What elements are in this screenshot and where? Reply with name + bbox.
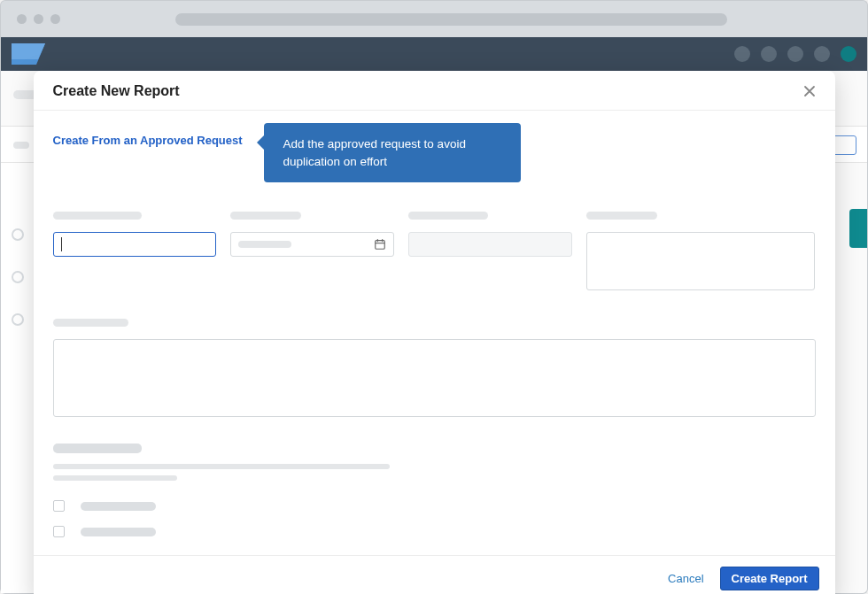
create-report-modal: Create New Report Create From an Approve… [34,71,835,594]
tooltip-callout: Add the approved request to avoid duplic… [264,123,521,182]
header-action-dot[interactable] [761,46,777,62]
large-textarea[interactable] [53,339,816,417]
checkbox[interactable] [53,500,65,512]
app-header [0,37,868,71]
svg-marker-1 [12,43,45,59]
window-dot[interactable] [34,14,43,24]
form-section-2 [53,319,816,417]
field-label-skeleton [230,212,301,220]
header-avatar[interactable] [841,46,856,62]
modal-header: Create New Report [34,71,835,111]
modal-backdrop: Create New Report Create From an Approve… [0,0,868,594]
close-icon [802,84,817,98]
date-input[interactable] [230,232,394,257]
tooltip-text: Add the approved request to avoid duplic… [283,137,466,168]
close-button[interactable] [802,83,818,99]
section-heading-skeleton [53,444,142,453]
field-label-skeleton [408,212,488,220]
checkbox[interactable] [53,526,65,537]
header-action-dot[interactable] [734,46,750,62]
header-actions [734,46,856,62]
header-action-dot[interactable] [814,46,830,62]
browser-chrome [0,0,868,37]
checkbox-row-2 [53,526,816,537]
form-row-1 [53,212,816,290]
bg-side-tab [849,209,867,248]
field-4 [586,212,816,290]
header-action-dot[interactable] [787,46,803,62]
svg-rect-2 [376,241,385,250]
form-section-3 [53,444,816,537]
window-controls [17,14,60,24]
field-1 [53,212,217,290]
checkbox-label-skeleton [81,502,156,511]
text-cursor [61,237,62,251]
create-report-button[interactable]: Create Report [720,567,819,590]
checkbox-label-skeleton [81,528,156,536]
textarea-input[interactable] [586,232,816,290]
text-input-focused[interactable] [53,232,217,257]
window-dot[interactable] [17,14,27,24]
checkbox-row-1 [53,500,816,512]
description-skeleton [53,464,390,469]
placeholder-skeleton [238,241,291,248]
window-dot[interactable] [50,14,60,24]
modal-body: Create From an Approved Request Add the … [34,111,835,555]
field-2 [230,212,394,290]
cancel-button[interactable]: Cancel [668,572,703,585]
description-skeleton [53,475,177,481]
skeleton-circle [12,228,24,241]
url-bar[interactable] [175,13,727,26]
calendar-icon [374,238,386,251]
field-label-skeleton [53,212,142,220]
modal-title: Create New Report [53,83,180,99]
field-label-skeleton [53,319,128,327]
skeleton-circle [12,313,24,326]
logo-icon [12,43,45,65]
create-from-approved-link[interactable]: Create From an Approved Request [53,134,243,147]
modal-footer: Cancel Create Report [34,555,835,594]
skeleton-circle [12,271,24,283]
field-3 [408,212,572,290]
skeleton [13,142,29,149]
field-label-skeleton [586,212,657,220]
readonly-input [408,232,572,257]
